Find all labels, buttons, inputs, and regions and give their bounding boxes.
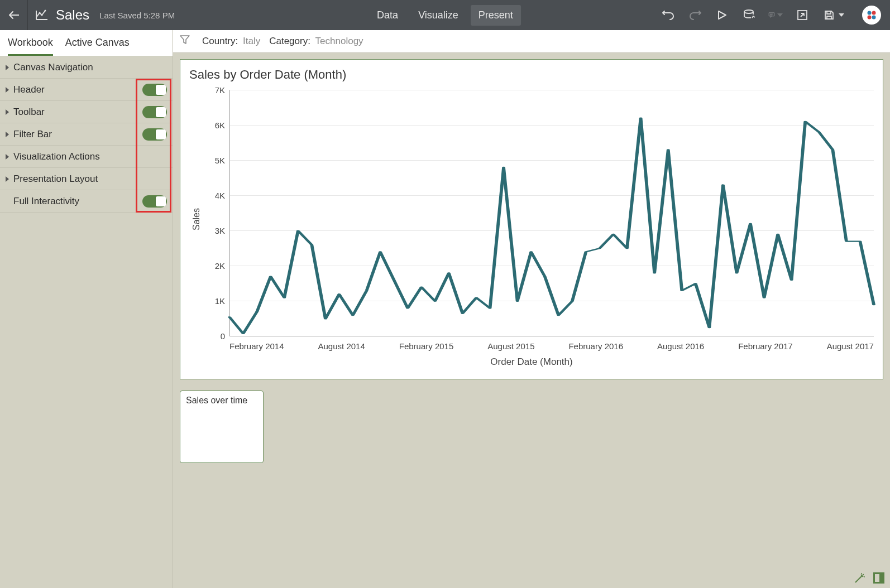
svg-point-8: [872, 16, 876, 20]
y-tick: 5K: [202, 156, 225, 165]
tab-visualize[interactable]: Visualize: [410, 5, 466, 26]
save-button[interactable]: [822, 8, 836, 22]
center-nav: Data Visualize Present: [369, 5, 521, 26]
sidebar-item-canvas-navigation[interactable]: Canvas Navigation: [0, 56, 173, 79]
sidebar-tabs: Workbook Active Canvas: [0, 30, 173, 56]
x-tick: August 2014: [318, 341, 365, 351]
expand-icon: [6, 176, 9, 182]
filter-label: Country:: [202, 36, 238, 46]
x-axis: February 2014 August 2014 February 2015 …: [229, 341, 874, 351]
expand-icon: [6, 132, 9, 137]
arrow-left-icon: [9, 11, 19, 19]
expand-icon: [6, 109, 9, 115]
topbar-right-icons: [661, 6, 884, 25]
sidebar-item-label: Canvas Navigation: [13, 62, 167, 73]
svg-point-6: [872, 11, 876, 15]
filter-category[interactable]: Category: Technology: [269, 36, 363, 47]
sidebar-tab-active-canvas[interactable]: Active Canvas: [65, 37, 130, 56]
sidebar-item-label: Toolbar: [13, 107, 142, 118]
save-button-group[interactable]: [822, 8, 844, 22]
sidebar-item-label: Filter Bar: [13, 129, 142, 140]
sidebar-item-label: Visualization Actions: [13, 151, 167, 162]
back-button[interactable]: [0, 0, 28, 30]
bottom-right-tools: [853, 572, 886, 585]
expand-icon: [6, 87, 9, 93]
svg-point-11: [861, 573, 862, 574]
svg-point-7: [868, 16, 872, 20]
sidebar-item-filter-bar[interactable]: Filter Bar: [0, 123, 173, 146]
comment-button: [768, 8, 783, 22]
x-tick: August 2016: [657, 341, 704, 351]
filter-icon[interactable]: [180, 35, 190, 47]
panel-toggle-icon: [873, 572, 884, 584]
svg-point-10: [864, 576, 865, 577]
x-tick: February 2016: [568, 341, 623, 351]
x-tick: February 2017: [738, 341, 793, 351]
x-tick: August 2017: [827, 341, 874, 351]
y-tick: 2K: [202, 261, 225, 271]
y-tick: 7K: [202, 85, 225, 95]
tab-present[interactable]: Present: [471, 5, 521, 26]
svg-point-9: [863, 574, 864, 575]
filter-country[interactable]: Country: Italy: [202, 36, 260, 47]
x-tick: August 2015: [487, 341, 534, 351]
expand-icon: [6, 154, 9, 160]
svg-point-3: [744, 10, 753, 13]
sidebar-item-visualization-actions[interactable]: Visualization Actions: [0, 146, 173, 168]
toggle-filter-bar[interactable]: [142, 128, 167, 141]
sidebar-list: Canvas Navigation Header Toolbar Filter …: [0, 56, 173, 213]
tab-data[interactable]: Data: [369, 5, 406, 26]
x-tick: February 2014: [229, 341, 284, 351]
y-tick: 0: [202, 331, 225, 341]
svg-point-1: [41, 15, 43, 16]
y-tick: 6K: [202, 121, 225, 130]
toggle-toolbar[interactable]: [142, 106, 167, 118]
chart-title: Sales by Order Date (Month): [189, 68, 874, 82]
y-axis-label: Sales: [189, 85, 202, 353]
svg-point-2: [45, 10, 46, 12]
export-button[interactable]: [795, 8, 810, 22]
filter-value: Technology: [315, 36, 363, 46]
refresh-data-button[interactable]: [741, 8, 756, 22]
y-tick: 4K: [202, 191, 225, 200]
plot-area: 7K 6K 5K 4K 3K 2K 1K 0: [202, 85, 874, 353]
content-area: Country: Italy Category: Technology Sale…: [173, 30, 890, 588]
last-saved-text: Last Saved 5:28 PM: [99, 11, 175, 20]
expand-icon: [6, 65, 9, 70]
play-button[interactable]: [715, 8, 729, 22]
sidebar-item-header[interactable]: Header: [0, 79, 173, 101]
y-tick: 3K: [202, 226, 225, 235]
sidebar-item-toolbar[interactable]: Toolbar: [0, 101, 173, 123]
filter-value: Italy: [243, 36, 260, 46]
chart-type-icon: [28, 9, 56, 21]
caret-down-icon: [777, 13, 783, 17]
filter-label: Category:: [269, 36, 310, 46]
toggle-full-interactivity[interactable]: [142, 195, 167, 208]
y-axis: 7K 6K 5K 4K 3K 2K 1K 0: [202, 85, 229, 336]
undo-button[interactable]: [661, 8, 676, 22]
thumbnail-strip: Sales over time: [180, 391, 883, 480]
x-axis-label: Order Date (Month): [189, 356, 874, 368]
sidebar-item-label: Full Interactivity: [13, 196, 142, 207]
top-bar: Sales Last Saved 5:28 PM Data Visualize …: [0, 0, 890, 30]
svg-point-0: [39, 12, 41, 14]
workbook-title: Sales: [56, 7, 89, 23]
x-tick: February 2015: [399, 341, 454, 351]
app-logo[interactable]: [862, 6, 881, 25]
sidebar-item-presentation-layout[interactable]: Presentation Layout: [0, 168, 173, 190]
magic-wand-button[interactable]: [853, 572, 865, 585]
sidebar-item-label: Presentation Layout: [13, 173, 167, 185]
save-caret-icon[interactable]: [839, 13, 844, 17]
chart-card[interactable]: Sales by Order Date (Month) Sales 7K 6K …: [180, 59, 883, 379]
panel-toggle-button[interactable]: [873, 572, 886, 585]
sidebar-tab-workbook[interactable]: Workbook: [8, 37, 53, 56]
canvas-thumbnail[interactable]: Sales over time: [180, 391, 264, 463]
thumbnail-label: Sales over time: [186, 396, 247, 405]
sidebar-item-label: Header: [13, 84, 142, 95]
toggle-header[interactable]: [142, 84, 167, 96]
sidebar-item-full-interactivity[interactable]: Full Interactivity: [0, 190, 173, 213]
redo-button: [688, 8, 702, 22]
svg-point-5: [868, 11, 872, 15]
line-chart: [229, 90, 874, 336]
sidebar: Workbook Active Canvas Canvas Navigation…: [0, 30, 173, 588]
